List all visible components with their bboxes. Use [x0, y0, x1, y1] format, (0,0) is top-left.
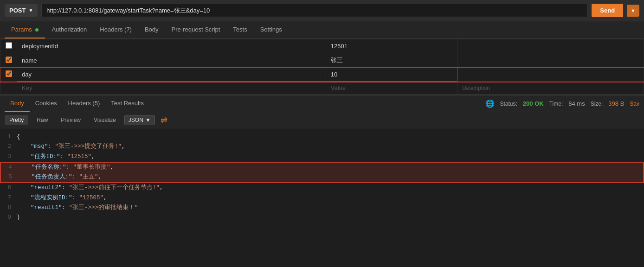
params-dot: [35, 28, 39, 32]
code-line-3: 3 "任务ID:": "12515",: [0, 152, 644, 162]
code-tab-preview[interactable]: Preview: [56, 115, 85, 125]
key-cell-2[interactable]: name: [17, 53, 326, 68]
size-label: Size:: [591, 101, 603, 107]
code-tab-pretty[interactable]: Pretty: [5, 115, 28, 125]
tab-response-headers[interactable]: Headers (5): [63, 95, 106, 112]
code-line-9: 9 }: [0, 213, 644, 222]
table-row: deploymentId 12501: [0, 39, 644, 53]
value-cell-3[interactable]: 10: [326, 68, 457, 82]
status-bar: 🌐 Status: 200 OK Time: 84 ms Size: 398 B…: [485, 99, 640, 108]
table-row-placeholder: Key Value Description: [0, 82, 644, 95]
desc-cell-3[interactable]: [457, 68, 644, 82]
code-line-7: 7 "流程实例ID:": "12505",: [0, 193, 644, 203]
checkbox-cell[interactable]: [0, 53, 17, 68]
wrap-button[interactable]: ⇌: [161, 115, 167, 125]
json-format-select[interactable]: JSON ▼: [124, 115, 155, 125]
body-tab-bar: Body Cookies Headers (5) Test Results 🌐 …: [0, 95, 644, 112]
table-row: name 张三: [0, 53, 644, 68]
code-tab-raw[interactable]: Raw: [32, 115, 52, 125]
body-section: Body Cookies Headers (5) Test Results 🌐 …: [0, 95, 644, 226]
params-section: deploymentId 12501 name 张三: [0, 39, 644, 95]
time-value: 84 ms: [568, 100, 585, 107]
code-toolbar: Pretty Raw Preview Visualize JSON ▼ ⇌: [0, 112, 644, 128]
method-arrow-icon: ▼: [28, 8, 33, 13]
tab-tests[interactable]: Tests: [226, 21, 253, 38]
checkbox-cell[interactable]: [0, 68, 17, 82]
status-code: 200 OK: [523, 100, 544, 107]
key-placeholder[interactable]: Key: [17, 82, 326, 95]
tab-test-results[interactable]: Test Results: [105, 95, 149, 112]
status-label: Status:: [500, 101, 517, 107]
desc-cell-1[interactable]: [457, 39, 644, 53]
json-format-arrow: ▼: [145, 117, 151, 123]
row-checkbox-2[interactable]: [6, 57, 12, 63]
tab-body-response[interactable]: Body: [5, 95, 30, 112]
row-checkbox-3[interactable]: [6, 70, 12, 77]
send-button[interactable]: Send: [592, 4, 623, 17]
tab-params[interactable]: Params: [5, 21, 45, 38]
tab-headers[interactable]: Headers (7): [93, 21, 138, 38]
tab-settings[interactable]: Settings: [254, 21, 289, 38]
time-label: Time:: [549, 101, 563, 107]
method-label: POST: [9, 7, 26, 14]
url-input[interactable]: [41, 4, 588, 17]
key-cell-1[interactable]: deploymentId: [17, 39, 326, 53]
globe-icon: 🌐: [485, 99, 495, 108]
code-line-1: 1 {: [0, 132, 644, 142]
code-line-4: 4 "任务名称:": "董事长审批",: [0, 162, 644, 172]
send-dropdown-button[interactable]: ▼: [627, 5, 639, 17]
code-line-5: 5 "任务负责人:": "王五",: [0, 172, 644, 183]
method-select[interactable]: POST ▼: [5, 4, 38, 17]
save-link[interactable]: Sav: [630, 101, 639, 107]
code-line-8: 8 "result1": "张三->>>的审批结束！": [0, 203, 644, 213]
desc-placeholder[interactable]: Description: [457, 82, 644, 95]
code-line-6: 6 "result2": "张三->>>前往下一个任务节点!",: [0, 183, 644, 193]
code-tab-visualize[interactable]: Visualize: [89, 115, 121, 125]
key-cell-3[interactable]: day: [17, 68, 326, 82]
request-tab-bar: Params Authorization Headers (7) Body Pr…: [0, 21, 644, 39]
tab-body[interactable]: Body: [138, 21, 165, 38]
table-row: day 10: [0, 68, 644, 82]
url-bar: POST ▼ Send ▼: [0, 0, 644, 21]
checkbox-cell[interactable]: [0, 39, 17, 53]
row-checkbox-1[interactable]: [6, 42, 12, 49]
tab-pre-request[interactable]: Pre-request Script: [165, 21, 227, 38]
code-line-2: 2 "msg": "张三->>>提交了任务!",: [0, 142, 644, 152]
size-value: 398 B: [608, 100, 624, 107]
tab-authorization[interactable]: Authorization: [45, 21, 93, 38]
value-cell-2[interactable]: 张三: [326, 53, 457, 68]
params-table: deploymentId 12501 name 张三: [0, 39, 644, 95]
code-area: 1 { 2 "msg": "张三->>>提交了任务!", 3 "任务ID:": …: [0, 128, 644, 226]
desc-cell-2[interactable]: [457, 53, 644, 68]
value-cell-1[interactable]: 12501: [326, 39, 457, 53]
tab-cookies[interactable]: Cookies: [30, 95, 63, 112]
value-placeholder[interactable]: Value: [326, 82, 457, 95]
